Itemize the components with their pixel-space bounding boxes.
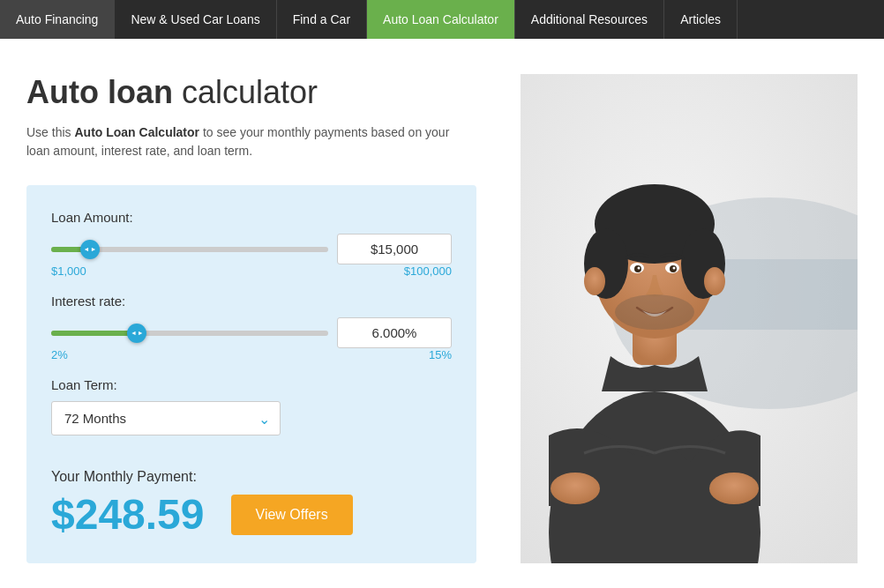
svg-point-18 xyxy=(584,267,605,295)
loan-amount-track xyxy=(51,247,328,252)
svg-point-19 xyxy=(704,267,725,295)
person-image xyxy=(521,74,858,563)
loan-amount-max: $100,000 xyxy=(404,264,452,278)
svg-point-16 xyxy=(551,473,600,504)
nav-articles[interactable]: Articles xyxy=(664,0,738,39)
monthly-payment-label: Your Monthly Payment: xyxy=(51,469,452,485)
main-container: Auto loan calculator Use this Auto Loan … xyxy=(0,39,884,588)
interest-rate-input[interactable]: 6.000% xyxy=(337,317,452,348)
interest-rate-slider-container[interactable] xyxy=(51,324,328,342)
payment-section: Your Monthly Payment: $248.59 View Offer… xyxy=(51,469,452,539)
interest-rate-min: 2% xyxy=(51,348,68,361)
loan-term-label: Loan Term: xyxy=(51,377,452,392)
interest-rate-thumb[interactable] xyxy=(127,324,146,343)
interest-rate-track xyxy=(51,331,328,336)
left-column: Auto loan calculator Use this Auto Loan … xyxy=(26,74,521,563)
page-title: Auto loan calculator xyxy=(26,74,521,111)
loan-amount-input[interactable]: $15,000 xyxy=(337,234,452,264)
interest-rate-label: Interest rate: xyxy=(51,294,452,309)
page-subtitle: Use this Auto Loan Calculator to see you… xyxy=(26,123,450,160)
nav-find-a-car[interactable]: Find a Car xyxy=(277,0,367,39)
loan-amount-label: Loan Amount: xyxy=(51,210,452,225)
loan-term-select[interactable]: 12 Months 24 Months 36 Months 48 Months … xyxy=(51,401,281,435)
nav-auto-financing[interactable]: Auto Financing xyxy=(0,0,115,39)
nav-new-used-car-loans[interactable]: New & Used Car Loans xyxy=(115,0,276,39)
view-offers-button[interactable]: View Offers xyxy=(231,495,353,535)
main-nav: Auto Financing New & Used Car Loans Find… xyxy=(0,0,884,39)
nav-auto-loan-calculator[interactable]: Auto Loan Calculator xyxy=(367,0,515,39)
monthly-payment-amount: $248.59 xyxy=(51,490,205,539)
person-illustration xyxy=(521,74,858,563)
svg-point-15 xyxy=(615,294,694,330)
right-column xyxy=(521,74,858,563)
svg-point-13 xyxy=(638,267,641,270)
svg-point-14 xyxy=(673,267,676,270)
loan-term-section: Loan Term: 12 Months 24 Months 36 Months… xyxy=(51,377,452,453)
interest-rate-section: Interest rate: 6.000% 2% 15% xyxy=(51,294,452,361)
calculator-card: Loan Amount: $15,000 $1,000 $100,000 xyxy=(26,185,476,563)
loan-amount-min: $1,000 xyxy=(51,264,86,278)
interest-rate-range-labels: 2% 15% xyxy=(51,348,452,361)
interest-rate-max: 15% xyxy=(429,348,452,361)
nav-additional-resources[interactable]: Additional Resources xyxy=(515,0,664,39)
loan-amount-slider-container[interactable] xyxy=(51,241,328,258)
interest-rate-fill xyxy=(51,331,137,336)
loan-amount-row: $15,000 xyxy=(51,234,452,264)
loan-amount-section: Loan Amount: $15,000 $1,000 $100,000 xyxy=(51,210,452,278)
loan-amount-range-labels: $1,000 $100,000 xyxy=(51,264,452,278)
loan-term-select-wrapper: 12 Months 24 Months 36 Months 48 Months … xyxy=(51,401,281,435)
payment-row: $248.59 View Offers xyxy=(51,490,452,539)
interest-rate-row: 6.000% xyxy=(51,317,452,348)
loan-amount-thumb[interactable] xyxy=(80,240,100,259)
svg-point-17 xyxy=(709,473,759,504)
